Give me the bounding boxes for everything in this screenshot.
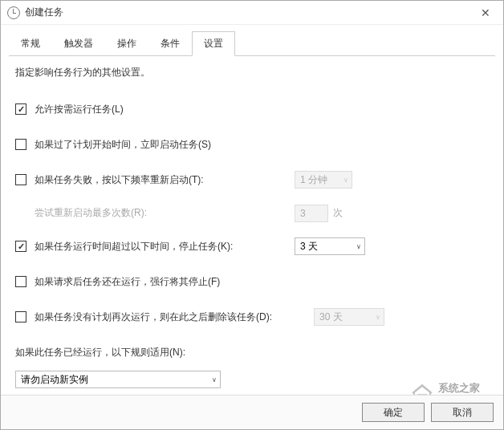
- tab-general[interactable]: 常规: [9, 31, 52, 55]
- chevron-down-icon: ∨: [356, 243, 361, 250]
- label-attempts-unit: 次: [333, 206, 343, 220]
- checkbox-force-stop[interactable]: [15, 276, 26, 287]
- input-restart-attempts: 3: [295, 205, 328, 222]
- chevron-down-icon: ∨: [212, 376, 217, 383]
- tab-bar: 常规 触发器 操作 条件 设置: [9, 31, 495, 56]
- row-restart-attempts: 尝试重新启动最多次数(R): 3 次: [15, 206, 489, 220]
- close-button[interactable]: ✕: [467, 1, 503, 25]
- dropdown-delete-after-value: 30 天: [319, 310, 369, 324]
- row-delete-if-not-scheduled: 如果任务没有计划再次运行，则在此之后删除该任务(D): 30 天 ∨: [15, 308, 489, 326]
- row-restart-on-fail: 如果任务失败，按以下频率重新启动(T): 1 分钟 ∨: [15, 171, 489, 189]
- tab-actions[interactable]: 操作: [105, 31, 148, 55]
- cancel-button[interactable]: 取消: [431, 403, 494, 422]
- row-allow-demand-run: 允许按需运行任务(L): [15, 100, 489, 118]
- footer: 确定 取消: [1, 395, 503, 429]
- tab-settings[interactable]: 设置: [192, 31, 235, 56]
- row-stop-if-longer: 如果任务运行时间超过以下时间，停止任务(K): 3 天 ∨: [15, 237, 489, 255]
- dropdown-instance-rule[interactable]: 请勿启动新实例 ∨: [15, 371, 221, 388]
- titlebar: 创建任务 ✕: [1, 1, 503, 25]
- row-run-after-missed: 如果过了计划开始时间，立即启动任务(S): [15, 136, 489, 153]
- row-already-running: 如果此任务已经运行，以下规则适用(N):: [15, 343, 489, 361]
- label-force-stop: 如果请求后任务还在运行，强行将其停止(F): [35, 275, 220, 289]
- label-allow-demand-run: 允许按需运行任务(L): [35, 103, 124, 116]
- checkbox-run-after-missed[interactable]: [15, 139, 26, 150]
- dropdown-instance-rule-value: 请勿启动新实例: [21, 373, 205, 387]
- tab-triggers[interactable]: 触发器: [52, 31, 105, 55]
- chevron-down-icon: ∨: [376, 314, 380, 321]
- clock-icon: [7, 6, 20, 19]
- panel-description: 指定影响任务行为的其他设置。: [15, 66, 489, 79]
- window-title: 创建任务: [25, 6, 467, 19]
- row-force-stop: 如果请求后任务还在运行，强行将其停止(F): [15, 273, 489, 290]
- checkbox-delete-if-not-scheduled[interactable]: [15, 311, 26, 322]
- label-restart-attempts: 尝试重新启动最多次数(R):: [35, 206, 147, 220]
- checkbox-allow-demand-run[interactable]: [15, 103, 26, 115]
- dropdown-stop-duration-value: 3 天: [300, 240, 350, 254]
- label-already-running: 如果此任务已经运行，以下规则适用(N):: [15, 346, 185, 359]
- ok-button[interactable]: 确定: [362, 403, 425, 422]
- checkbox-restart-on-fail[interactable]: [15, 174, 26, 185]
- dropdown-restart-interval: 1 分钟 ∨: [295, 171, 352, 189]
- dropdown-stop-duration[interactable]: 3 天 ∨: [295, 237, 365, 255]
- label-delete-if-not-scheduled: 如果任务没有计划再次运行，则在此之后删除该任务(D):: [35, 310, 272, 324]
- label-restart-on-fail: 如果任务失败，按以下频率重新启动(T):: [35, 173, 204, 187]
- dropdown-delete-after: 30 天 ∨: [314, 308, 384, 326]
- settings-panel: 指定影响任务行为的其他设置。 允许按需运行任务(L) 如果过了计划开始时间，立即…: [9, 56, 495, 395]
- tab-conditions[interactable]: 条件: [148, 31, 192, 55]
- checkbox-stop-if-longer[interactable]: [15, 241, 26, 252]
- content-area: 常规 触发器 操作 条件 设置 指定影响任务行为的其他设置。 允许按需运行任务(…: [1, 25, 503, 395]
- dropdown-restart-interval-value: 1 分钟: [300, 173, 337, 187]
- label-run-after-missed: 如果过了计划开始时间，立即启动任务(S): [35, 138, 211, 152]
- chevron-down-icon: ∨: [343, 176, 348, 184]
- label-stop-if-longer: 如果任务运行时间超过以下时间，停止任务(K):: [35, 240, 233, 254]
